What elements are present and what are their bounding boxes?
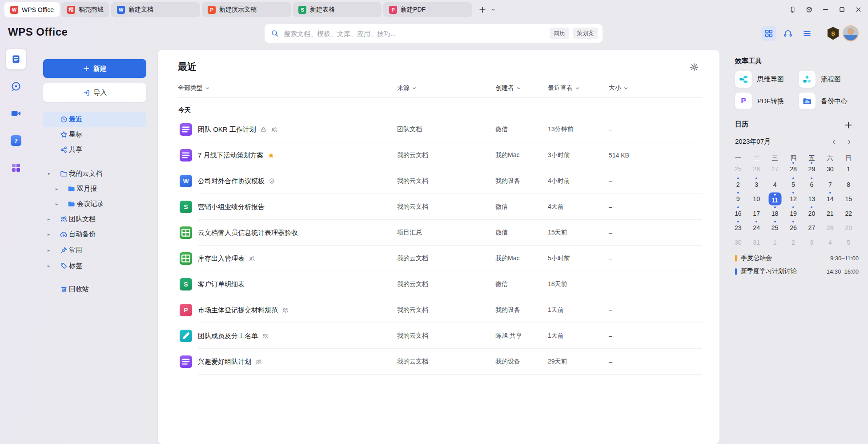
calendar-day[interactable]: 19 xyxy=(784,208,802,219)
calendar-day[interactable]: 9 xyxy=(729,193,747,205)
rail-item-messages[interactable] xyxy=(6,76,26,97)
tab-writer[interactable]: W新建文档 xyxy=(111,2,200,17)
caret-right-icon[interactable]: ▸ xyxy=(48,226,50,242)
caret-right-icon[interactable]: ▸ xyxy=(56,196,58,211)
calendar-day[interactable]: 3 xyxy=(747,179,765,190)
search-suggestion-chip[interactable]: 简历 xyxy=(550,28,569,39)
calendar-day[interactable]: 13 xyxy=(803,193,821,205)
file-row[interactable]: 团队 OKR 工作计划团队文档微信13分钟前– xyxy=(158,117,719,142)
mobile-icon[interactable] xyxy=(789,6,796,13)
filter-3[interactable]: 最近查看 xyxy=(548,84,580,93)
calendar-day[interactable]: 26 xyxy=(784,222,802,234)
calendar-day[interactable]: 31 xyxy=(747,237,765,248)
calendar-day[interactable]: 7 xyxy=(821,179,839,190)
global-search-bar[interactable]: 简历策划案 xyxy=(265,24,603,43)
calendar-day[interactable]: 12 xyxy=(784,193,802,205)
calendar-day[interactable]: 1 xyxy=(766,237,784,248)
calendar-day[interactable]: 30 xyxy=(821,163,839,175)
calendar-day[interactable]: 6 xyxy=(803,179,821,190)
rail-item-meeting[interactable] xyxy=(6,103,26,124)
tool-mindmap[interactable]: 思维导图 xyxy=(735,71,784,88)
calendar-day[interactable]: 21 xyxy=(821,208,839,219)
new-document-button[interactable]: 新建 xyxy=(43,59,146,78)
calendar-day[interactable]: 1 xyxy=(840,163,858,175)
search-suggestion-chip[interactable]: 策划案 xyxy=(573,28,598,39)
caret-right-icon[interactable]: ▸ xyxy=(48,211,50,226)
file-row[interactable]: S营销小组业绩分析报告我的云文档微信4天前– xyxy=(158,194,719,220)
calendar-next-icon[interactable] xyxy=(846,139,852,145)
caret-right-icon[interactable]: ▸ xyxy=(48,242,50,258)
tab-docer[interactable]: 稻稻壳商城 xyxy=(61,2,109,17)
calendar-event[interactable]: 季度总结会9:30–11:00 xyxy=(735,253,859,263)
calendar-add-icon[interactable] xyxy=(844,121,853,129)
file-row[interactable]: 兴趣爱好组队计划我的云文档我的设备29天前– xyxy=(158,349,719,375)
sidebar-item-trash[interactable]: 回收站 xyxy=(43,282,146,297)
sidebar-tree-item[interactable]: ▸自动备份 xyxy=(43,226,146,242)
menu-button[interactable] xyxy=(800,26,815,41)
close-icon[interactable] xyxy=(855,6,862,13)
box-icon[interactable] xyxy=(806,6,812,13)
calendar-day[interactable]: 3 xyxy=(803,237,821,248)
calendar-day[interactable]: 22 xyxy=(840,208,858,219)
calendar-day[interactable]: 28 xyxy=(821,222,839,234)
file-row[interactable]: 团队成员及分工名单我的云文档陈旭 共享1天前– xyxy=(158,323,719,349)
calendar-day[interactable]: 27 xyxy=(766,163,784,175)
calendar-day[interactable]: 20 xyxy=(803,208,821,219)
apps-grid-button[interactable] xyxy=(761,26,776,41)
filter-4[interactable]: 大小 xyxy=(609,84,628,93)
sidebar-item-clock[interactable]: 最近 xyxy=(43,112,146,127)
calendar-day[interactable]: 29 xyxy=(840,222,858,234)
calendar-day[interactable]: 5 xyxy=(840,237,858,248)
calendar-day[interactable]: 25 xyxy=(729,163,747,175)
tab-pdf[interactable]: P新建PDF xyxy=(383,2,472,17)
filter-0[interactable]: 全部类型 xyxy=(178,84,210,93)
minimize-icon[interactable] xyxy=(822,6,829,13)
file-row[interactable]: 7 月线下活动策划方案我的云文档我的Mac3小时前514 KB xyxy=(158,142,719,168)
calendar-day[interactable]: 30 xyxy=(729,237,747,248)
tab-presentation[interactable]: P新建演示文稿 xyxy=(202,2,291,17)
file-row[interactable]: 云文档管人员信息统计表理器验收项目汇总微信15天前– xyxy=(158,220,719,246)
list-settings-gear-icon[interactable] xyxy=(690,63,699,72)
calendar-day[interactable]: 29 xyxy=(803,163,821,175)
calendar-day[interactable]: 28 xyxy=(784,163,802,175)
calendar-day[interactable]: 10 xyxy=(747,193,765,205)
tab-spreadsheet[interactable]: S新建表格 xyxy=(293,2,382,17)
filter-2[interactable]: 创建者 xyxy=(495,84,521,93)
calendar-day[interactable]: 8 xyxy=(840,179,858,190)
caret-right-icon[interactable]: ▸ xyxy=(56,181,58,196)
member-badge[interactable]: S xyxy=(828,27,839,40)
sidebar-tree-item[interactable]: ▸常用 xyxy=(43,242,146,258)
chev-down-icon[interactable] xyxy=(491,8,495,12)
calendar-day[interactable]: 2 xyxy=(784,237,802,248)
calendar-day[interactable]: 17 xyxy=(747,208,765,219)
calendar-day[interactable]: 23 xyxy=(729,222,747,234)
tab-wps[interactable]: WWPS Office xyxy=(4,2,60,17)
filter-1[interactable]: 来源 xyxy=(397,84,417,93)
sidebar-tree-item[interactable]: ▾我的云文档 xyxy=(43,166,146,181)
tool-flowchart[interactable]: 流程图 xyxy=(799,71,841,88)
user-avatar[interactable] xyxy=(843,25,859,41)
sidebar-item-star[interactable]: 星标 xyxy=(43,127,146,142)
file-row[interactable]: P市场主体登记提交材料规范我的云文档我的设备1天前– xyxy=(158,297,719,323)
rail-item-apps[interactable] xyxy=(6,157,26,178)
tool-pdf-convert[interactable]: PPDF转换 xyxy=(735,93,784,109)
calendar-day[interactable]: 14 xyxy=(821,193,839,205)
search-input[interactable] xyxy=(283,29,546,38)
sidebar-tree-item[interactable]: ▸会议记录 xyxy=(43,196,146,211)
file-row[interactable]: S客户订单明细表我的云文档微信18天前– xyxy=(158,271,719,297)
calendar-day[interactable]: 16 xyxy=(729,208,747,219)
import-button[interactable]: 导入 xyxy=(43,83,146,102)
plus-icon[interactable] xyxy=(478,6,486,14)
rail-item-documents[interactable] xyxy=(6,49,26,69)
calendar-day[interactable]: 4 xyxy=(766,179,784,190)
calendar-prev-icon[interactable] xyxy=(831,139,837,145)
tool-backup[interactable]: 备份中心 xyxy=(799,93,848,109)
sidebar-tree-item[interactable]: ▸标签 xyxy=(43,258,146,273)
sidebar-tree-item[interactable]: ▸团队文档 xyxy=(43,211,146,226)
caret-right-icon[interactable]: ▸ xyxy=(48,258,50,273)
sidebar-item-share[interactable]: 共享 xyxy=(43,142,146,157)
calendar-day[interactable]: 2 xyxy=(729,179,747,190)
support-button[interactable] xyxy=(780,26,796,41)
file-row[interactable]: 库存出入管理表我的云文档我的Mac5小时前– xyxy=(158,246,719,271)
calendar-day-selected[interactable]: 11 xyxy=(766,193,784,205)
